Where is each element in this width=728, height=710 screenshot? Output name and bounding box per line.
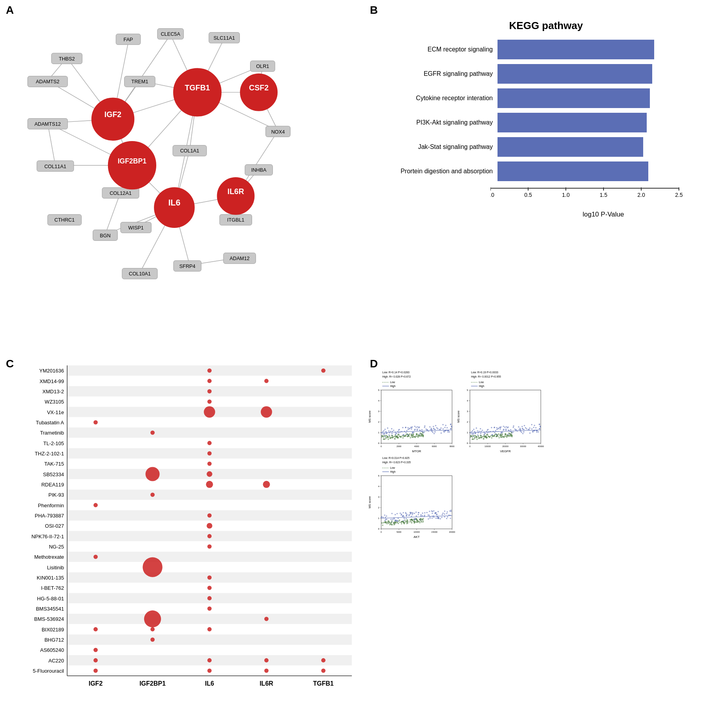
svg-point-883 — [411, 522, 412, 523]
svg-text:MS score: MS score — [368, 411, 371, 423]
svg-point-168 — [207, 379, 212, 383]
svg-point-565 — [528, 429, 529, 430]
svg-point-710 — [490, 435, 492, 436]
svg-point-963 — [388, 521, 389, 522]
svg-text:BHG712: BHG712 — [44, 637, 64, 643]
svg-point-809 — [385, 519, 386, 520]
svg-point-560 — [531, 424, 532, 425]
svg-point-497 — [525, 427, 526, 428]
svg-point-185 — [207, 513, 212, 517]
svg-point-790 — [430, 517, 431, 519]
bar-fill — [498, 40, 654, 59]
svg-text:TGFB1: TGFB1 — [185, 83, 210, 92]
svg-point-167 — [321, 369, 326, 373]
svg-point-910 — [398, 521, 399, 522]
svg-text:TL-2-105: TL-2-105 — [43, 440, 64, 446]
svg-text:1: 1 — [378, 517, 380, 519]
svg-point-858 — [415, 518, 416, 519]
svg-text:Trametinib: Trametinib — [40, 430, 64, 436]
svg-point-166 — [207, 369, 212, 373]
svg-point-909 — [421, 518, 423, 519]
svg-point-668 — [472, 438, 474, 440]
svg-point-196 — [264, 617, 269, 621]
svg-point-84 — [217, 178, 254, 215]
svg-point-827 — [429, 511, 430, 512]
svg-point-584 — [512, 431, 513, 433]
svg-text:20000: 20000 — [449, 531, 455, 533]
bar-fill — [498, 88, 650, 108]
svg-point-322 — [431, 429, 432, 431]
svg-point-528 — [535, 427, 536, 428]
svg-point-460 — [411, 435, 412, 436]
svg-text:20000: 20000 — [502, 445, 509, 448]
svg-text:AC220: AC220 — [48, 658, 64, 664]
svg-point-292 — [391, 433, 393, 434]
svg-text:High: High — [390, 385, 395, 388]
svg-text:ADAMTS12: ADAMTS12 — [35, 121, 61, 127]
svg-point-283 — [445, 425, 446, 426]
svg-point-358 — [405, 432, 406, 433]
svg-point-556 — [504, 427, 505, 428]
svg-point-536 — [534, 425, 535, 426]
svg-point-188 — [207, 544, 212, 549]
svg-point-177 — [207, 451, 212, 455]
svg-point-455 — [391, 435, 392, 436]
svg-point-559 — [513, 425, 514, 426]
svg-text:INHBA: INHBA — [251, 167, 267, 173]
svg-rect-106 — [67, 417, 352, 427]
svg-text:0.0: 0.0 — [490, 192, 494, 198]
svg-point-331 — [424, 431, 425, 433]
svg-point-356 — [387, 427, 388, 429]
svg-text:ADAM12: ADAM12 — [230, 255, 250, 261]
svg-point-848 — [405, 513, 406, 514]
svg-point-172 — [204, 406, 215, 418]
svg-point-190 — [143, 557, 162, 577]
svg-point-860 — [426, 512, 428, 513]
svg-text:0: 0 — [378, 528, 380, 530]
svg-point-687 — [483, 438, 484, 439]
svg-text:6000: 6000 — [432, 445, 437, 448]
svg-point-336 — [396, 433, 397, 434]
svg-point-760 — [440, 518, 441, 519]
scatter-akt: Low: R=0.014 P=0.825High: R= 0.623 P=0.3… — [368, 455, 457, 541]
svg-text:IL6R: IL6R — [260, 680, 273, 687]
svg-point-750 — [424, 512, 425, 514]
svg-point-183 — [150, 493, 155, 497]
svg-text:VX-11e: VX-11e — [47, 409, 64, 415]
svg-text:0: 0 — [469, 445, 470, 448]
svg-point-449 — [388, 439, 389, 440]
svg-point-845 — [447, 516, 448, 517]
svg-point-287 — [419, 429, 420, 431]
svg-point-768 — [397, 513, 398, 514]
svg-point-856 — [432, 513, 433, 514]
svg-point-545 — [480, 433, 481, 434]
svg-point-243 — [417, 426, 418, 427]
svg-text:BGN: BGN — [100, 233, 111, 239]
svg-point-863 — [420, 516, 421, 517]
svg-point-206 — [93, 668, 98, 673]
svg-point-174 — [93, 420, 98, 424]
svg-text:2: 2 — [378, 420, 380, 423]
svg-point-855 — [438, 517, 439, 518]
svg-point-707 — [475, 435, 476, 437]
bar-fill — [498, 137, 643, 157]
svg-point-496 — [506, 426, 507, 427]
svg-point-500 — [531, 428, 532, 429]
svg-point-282 — [384, 429, 386, 430]
svg-point-277 — [432, 431, 433, 433]
svg-point-349 — [390, 431, 391, 432]
svg-point-301 — [449, 431, 450, 432]
svg-point-198 — [150, 627, 155, 631]
svg-text:BMS-536924: BMS-536924 — [34, 616, 64, 622]
svg-point-346 — [437, 428, 438, 429]
svg-point-544 — [515, 429, 516, 430]
svg-point-192 — [207, 586, 212, 590]
svg-point-176 — [207, 441, 212, 445]
svg-point-338 — [384, 433, 385, 435]
svg-point-803 — [418, 512, 419, 513]
svg-text:VEGFR: VEGFR — [500, 449, 510, 453]
svg-point-826 — [424, 515, 425, 516]
svg-point-300 — [402, 427, 403, 428]
svg-text:WZ3105: WZ3105 — [45, 399, 64, 405]
svg-point-416 — [385, 438, 386, 439]
